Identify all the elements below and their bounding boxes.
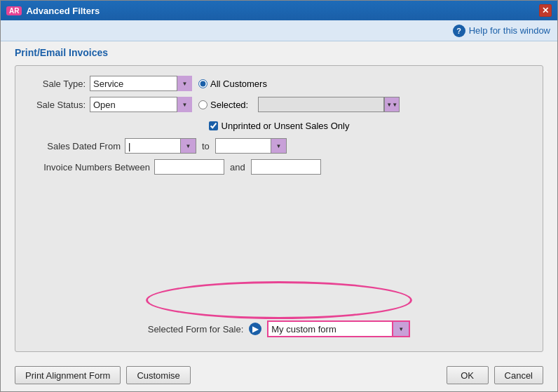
sale-type-label: Sale Type: [29, 79, 86, 89]
sales-dated-label: Sales Dated From [29, 141, 121, 151]
close-button[interactable]: ✕ [539, 4, 552, 17]
help-label: Help for this window [469, 25, 550, 36]
selected-customer-arrow[interactable]: ▼ [384, 97, 400, 112]
selected-radio-group: Selected: ▼ [198, 97, 400, 112]
sales-dated-row: Sales Dated From to [29, 138, 529, 154]
main-window: AR Advanced Filters ✕ ? Help for this wi… [0, 0, 558, 392]
sale-type-input[interactable] [90, 79, 177, 89]
ok-button[interactable]: OK [447, 366, 489, 384]
sales-from-input[interactable] [125, 138, 181, 154]
selected-form-section: Selected Form for Sale: ▶ [29, 313, 529, 337]
sale-type-dropdown[interactable] [90, 76, 191, 91]
selected-customer-input[interactable] [258, 97, 384, 112]
sale-status-arrow[interactable] [177, 97, 192, 112]
customer-radio-group: All Customers [198, 79, 267, 89]
main-content: Sale Type: All Customers Sale Status: [1, 61, 557, 359]
custom-form-input[interactable] [267, 320, 393, 337]
help-icon: ? [453, 25, 465, 37]
all-customers-radio[interactable]: All Customers [198, 79, 267, 89]
cancel-button[interactable]: Cancel [494, 366, 543, 384]
info-icon[interactable]: ▶ [249, 323, 261, 335]
sales-from-dropdown[interactable] [125, 138, 196, 154]
filter-panel: Sale Type: All Customers Sale Status: [15, 65, 543, 352]
sale-type-arrow[interactable] [177, 76, 192, 91]
unprinted-label: Unprinted or Unsent Sales Only [222, 121, 350, 131]
sale-type-row: Sale Type: All Customers [29, 76, 529, 91]
window-title: Advanced Filters [26, 6, 539, 16]
sales-to-input[interactable] [215, 138, 271, 154]
left-buttons: Print Alignment Form Customise [15, 366, 191, 384]
sale-status-input[interactable] [90, 100, 177, 110]
page-title: Print/Email Invoices [1, 41, 557, 61]
and-label: and [230, 162, 245, 173]
selected-label: Selected: [210, 100, 248, 110]
selected-radio[interactable]: Selected: [198, 100, 248, 110]
sales-to-dropdown[interactable] [215, 138, 287, 154]
to-label: to [202, 141, 210, 151]
help-bar: ? Help for this window [1, 20, 557, 41]
sale-status-label: Sale Status: [29, 100, 86, 110]
unprinted-checkbox[interactable] [209, 121, 218, 130]
customise-button[interactable]: Customise [126, 366, 190, 384]
selected-form-label: Selected Form for Sale: [148, 324, 244, 334]
custom-form-arrow[interactable] [393, 320, 410, 337]
invoice-to-input[interactable] [251, 159, 321, 175]
selected-customer-dropdown[interactable]: ▼ [258, 97, 400, 112]
print-alignment-button[interactable]: Print Alignment Form [15, 366, 121, 384]
sales-from-arrow[interactable] [181, 138, 196, 154]
sale-status-row: Sale Status: Selected: ▼ [29, 97, 529, 112]
invoice-row: Invoice Numbers Between and [29, 159, 529, 175]
invoice-label: Invoice Numbers Between [29, 162, 150, 173]
sale-status-dropdown[interactable] [90, 97, 191, 112]
invoice-from-input[interactable] [154, 159, 224, 175]
unprinted-row: Unprinted or Unsent Sales Only [29, 121, 529, 131]
sales-to-arrow[interactable] [271, 138, 287, 154]
custom-form-dropdown[interactable] [267, 320, 410, 337]
title-bar: AR Advanced Filters ✕ [1, 1, 557, 20]
bottom-buttons: Print Alignment Form Customise OK Cancel [1, 359, 557, 391]
right-buttons: OK Cancel [447, 366, 543, 384]
help-button[interactable]: ? Help for this window [453, 25, 550, 37]
ar-badge: AR [6, 6, 22, 15]
all-customers-label: All Customers [210, 79, 267, 89]
selected-form-row: Selected Form for Sale: ▶ [29, 320, 529, 337]
